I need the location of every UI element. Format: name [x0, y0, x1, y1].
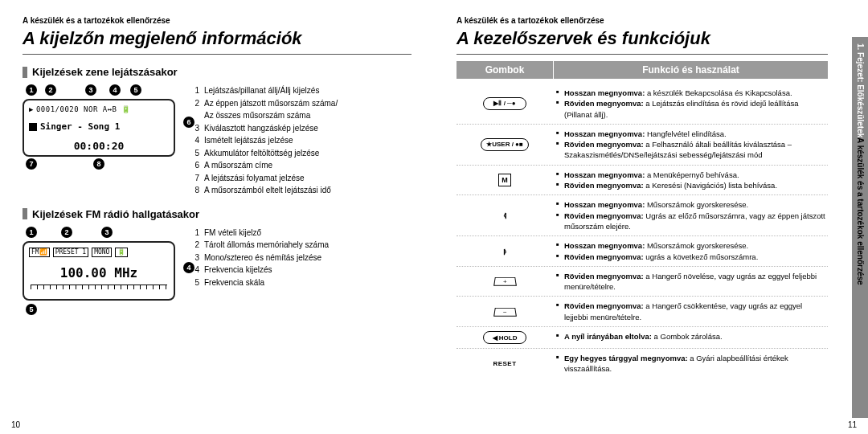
- controls-button-cell: ◀ HOLD: [457, 331, 553, 344]
- controls-button-cell: RESET: [457, 353, 553, 375]
- controls-desc-line: Hosszan megnyomva: Műsorszámok gyorskere…: [556, 199, 828, 210]
- reset-label: RESET: [493, 360, 516, 367]
- legend-num: 1: [190, 227, 199, 240]
- callout-2: 2: [45, 84, 56, 96]
- callout-3: 3: [101, 227, 113, 238]
- lcd-music-topbar: ▶ 0001/0020 NOR A↔B 🔋: [29, 105, 131, 113]
- controls-desc-line: Hosszan megnyomva: Hangfelvétel elindítá…: [556, 129, 828, 139]
- page-left: A készülék és a tartozékok ellenőrzése A…: [0, 0, 434, 434]
- callout-3: 3: [85, 84, 96, 96]
- controls-desc-line: Röviden megnyomva: a Felhasználó általi …: [556, 139, 828, 161]
- controls-row: RESETEgy hegyes tárggyal megnyomva: a Gy…: [457, 349, 828, 379]
- controls-button-cell: ⦊: [457, 240, 553, 262]
- controls-row: ◀ HOLDA nyíl irányában eltolva: a Gombok…: [457, 327, 828, 349]
- legend-row: 1Lejátszás/pillanat állj/Állj kijelzés: [190, 84, 338, 97]
- legend-text: A műsorszám címe: [204, 159, 272, 172]
- controls-desc-cell: Egy hegyes tárggyal megnyomva: a Gyári a…: [553, 353, 828, 375]
- controls-row: MHosszan megnyomva: a Menüképernyő behív…: [457, 166, 828, 196]
- section-bar-icon: [23, 208, 27, 219]
- col-header-function: Funkció és használat: [553, 61, 828, 79]
- controls-desc-cell: Hosszan megnyomva: Hangfelvétel elindítá…: [553, 129, 828, 161]
- legend-text: Frekvencia skála: [204, 276, 264, 289]
- legend-text: Tárolt állomás memóriahely száma: [204, 239, 329, 252]
- legend-row: 8A műsorszámból eltelt lejátszási idő: [190, 184, 338, 197]
- legend-text: Kiválasztott hangzáskép jelzése: [204, 122, 318, 135]
- lcd-music: ▶ 0001/0020 NOR A↔B 🔋 Singer - Song 1 00…: [23, 99, 175, 157]
- legend-num: 5: [190, 147, 199, 160]
- controls-desc-line: Hosszan megnyomva: a Menüképernyő behívá…: [556, 170, 828, 180]
- legend-row: 6A műsorszám címe: [190, 159, 338, 172]
- controls-desc-line: Hosszan megnyomva: a készülék Bekapcsolá…: [556, 88, 828, 98]
- fm-block: 1 2 3 4 5 FM📶PRESET 1MONO🔋 100.00 MHz 1F…: [23, 227, 411, 315]
- legend-row: 5Frekvencia skála: [190, 276, 329, 289]
- controls-desc-line: Hosszan megnyomva: Műsorszámok gyorskere…: [556, 240, 828, 251]
- controls-row: ★USER / ●■Hosszan megnyomva: Hangfelvéte…: [457, 125, 828, 166]
- legend-row: 2Tárolt állomás memóriahely száma: [190, 239, 329, 252]
- callout-7: 7: [26, 158, 37, 170]
- legend-text: Ismételt lejátszás jelzése: [204, 134, 293, 147]
- breadcrumb: A készülék és a tartozékok ellenőrzése: [457, 16, 828, 25]
- callout-1: 1: [26, 227, 37, 238]
- page-number-left: 10: [11, 420, 20, 429]
- legend-music: 1Lejátszás/pillanat állj/Állj kijelzés2A…: [190, 84, 338, 197]
- legend-row: 2Az éppen játszott műsorszám száma/Az ös…: [190, 97, 338, 122]
- lcd-fm-topbar: FM📶PRESET 1MONO🔋: [29, 248, 128, 257]
- controls-desc-line: Röviden megnyomva: Ugrás az előző műsors…: [556, 211, 828, 232]
- callout-2: 2: [61, 227, 72, 238]
- callout-5: 5: [26, 304, 37, 315]
- legend-row: 5Akkumulátor feltöltöttség jelzése: [190, 147, 338, 160]
- controls-table-head: Gombok Funkció és használat: [457, 61, 828, 79]
- legend-row: 1FM vételi kijelző: [190, 227, 329, 240]
- legend-row: 4Frekvencia kijelzés: [190, 264, 329, 276]
- lcd-music-title: Singer - Song 1: [29, 121, 120, 132]
- lcd-topbar-text: 0001/0020 NOR A↔B 🔋: [36, 105, 131, 113]
- legend-num: 1: [190, 84, 199, 97]
- button-glyph: ★USER / ●■: [481, 138, 529, 151]
- page-number-right: 11: [848, 420, 857, 429]
- button-glyph: +: [493, 277, 516, 286]
- controls-table-body: ▶Ⅱ / ─●Hosszan megnyomva: a készülék Bek…: [457, 84, 828, 379]
- legend-text: Lejátszás/pillanat állj/Állj kijelzés: [204, 84, 319, 97]
- legend-num: 6: [190, 159, 199, 172]
- page-title-right: A kezelőszervek és funkciójuk: [457, 28, 828, 55]
- controls-desc-cell: Hosszan megnyomva: Műsorszámok gyorskere…: [553, 240, 828, 262]
- lcd-chip: MONO: [92, 248, 112, 257]
- controls-row: −Röviden megnyomva: a Hangerő csökkentés…: [457, 297, 828, 327]
- section-title: Kijelzések zene lejátszásakor: [32, 66, 178, 78]
- lcd-music-time: 00:00:20: [24, 140, 174, 152]
- callout-1: 1: [26, 84, 37, 96]
- legend-row: 7A lejátszási folyamat jelzése: [190, 172, 338, 185]
- legend-text: Mono/sztereo és némítás jelzése: [204, 252, 321, 264]
- lcd-fm-freq: 100.00 MHz: [24, 265, 174, 280]
- controls-desc-line: Röviden megnyomva: a Keresési (Navigáció…: [556, 180, 828, 190]
- section-head-fm: Kijelzések FM rádió hallgatásakor: [23, 208, 411, 220]
- lcd-chip: FM📶: [29, 248, 50, 257]
- legend-row: 3Mono/sztereo és némítás jelzése: [190, 252, 329, 264]
- breadcrumb: A készülék és a tartozékok ellenőrzése: [23, 16, 411, 25]
- callout-4: 4: [109, 84, 121, 96]
- controls-desc-line: A nyíl irányában eltolva: a Gombok zárol…: [556, 331, 828, 342]
- controls-desc-cell: Röviden megnyomva: a Hangerő növelése, v…: [553, 271, 828, 293]
- side-tab-dark: A készülék és a tartozékok ellenőrzése: [856, 137, 865, 285]
- controls-button-cell: ⦉: [457, 199, 553, 231]
- controls-desc-cell: Hosszan megnyomva: a készülék Bekapcsolá…: [553, 88, 828, 120]
- legend-text: Frekvencia kijelzés: [204, 264, 272, 276]
- section-head-music: Kijelzések zene lejátszásakor: [23, 66, 411, 78]
- lcd-chip: 🔋: [115, 248, 128, 257]
- section-title: Kijelzések FM rádió hallgatásakor: [32, 208, 199, 220]
- legend-row: 4Ismételt lejátszás jelzése: [190, 134, 338, 147]
- legend-num: 4: [190, 134, 199, 147]
- lcd-fm-wrap: 1 2 3 4 5 FM📶PRESET 1MONO🔋 100.00 MHz: [23, 227, 175, 315]
- controls-desc-cell: A nyíl irányában eltolva: a Gombok zárol…: [553, 331, 828, 344]
- page-right: A készülék és a tartozékok ellenőrzése A…: [434, 0, 868, 434]
- controls-button-cell: ★USER / ●■: [457, 129, 553, 161]
- legend-fm: 1FM vételi kijelző2Tárolt állomás memóri…: [190, 227, 329, 315]
- legend-num: 5: [190, 276, 199, 289]
- controls-button-cell: +: [457, 271, 553, 293]
- left-arrow-icon: ⦉: [499, 207, 510, 223]
- music-block: 1 2 3 4 5 6 7 8 ▶ 0001/0020 NOR A↔B 🔋 Si…: [23, 84, 411, 197]
- controls-row: ⦉Hosszan megnyomva: Műsorszámok gyorsker…: [457, 195, 828, 236]
- button-glyph: −: [493, 308, 516, 317]
- callout-5: 5: [130, 84, 141, 96]
- lcd-fm: FM📶PRESET 1MONO🔋 100.00 MHz: [23, 241, 175, 301]
